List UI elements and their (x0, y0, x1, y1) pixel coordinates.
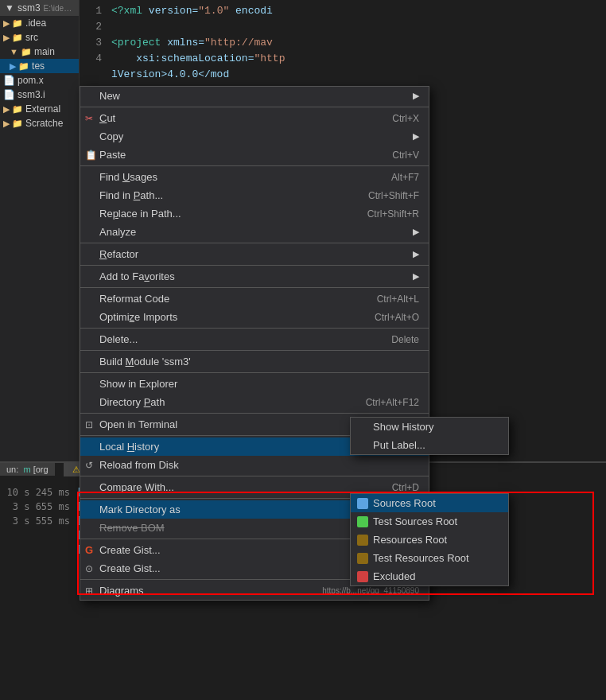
menu-separator (80, 350, 429, 351)
menu-item-reload-disk[interactable]: ↺ Reload from Disk (80, 456, 429, 474)
menu-item-paste[interactable]: 📋 Paste Ctrl+V (80, 146, 429, 164)
tree-item-src[interactable]: ▶ 📁 src (0, 30, 79, 45)
menu-item-build-module[interactable]: Build Module 'ssm3' (80, 352, 429, 371)
submenu-item-resources-root[interactable]: Resources Root (351, 531, 508, 549)
menu-label: Diagrams (99, 585, 144, 597)
excluded-label: Excluded (373, 570, 415, 582)
menu-item-new[interactable]: New ▶ (80, 87, 429, 105)
menu-item-copy[interactable]: Copy ▶ (80, 127, 429, 146)
menu-label: Paste (99, 149, 126, 161)
menu-item-reformat[interactable]: Reformat Code Ctrl+Alt+L (80, 290, 429, 308)
menu-label: Create Gist... (99, 562, 161, 574)
menu-separator (80, 107, 429, 107)
tree-label: main (34, 46, 55, 57)
gist-icon: ⊙ (85, 563, 93, 574)
menu-separator (80, 165, 429, 166)
submenu-item-show-history[interactable]: Show History (351, 418, 508, 436)
menu-label: Add to Favorites (99, 270, 175, 282)
menu-separator (80, 372, 429, 373)
editor-line: lVersion>4.0.0</mod (86, 67, 600, 83)
menu-label: Local History (99, 441, 159, 453)
menu-item-analyze[interactable]: Analyze ▶ (80, 223, 429, 241)
reload-icon: ↺ (85, 460, 93, 471)
tree-item-idea[interactable]: ▶ 📁 .idea (0, 16, 79, 30)
arrow-icon: ▶ (413, 271, 419, 282)
put-label-label: Put Label... (373, 439, 425, 451)
menu-item-find-in-path[interactable]: Find in Path... Ctrl+Shift+F (80, 186, 429, 204)
editor-line: 4 xsi:schemaLocation="http (86, 51, 600, 67)
project-icon: ▼ (5, 2, 14, 14)
tree-item-scratche[interactable]: ▶ 📁 Scratche (0, 116, 79, 130)
excluded-dot (357, 571, 368, 582)
sources-root-label: Sources Root (373, 497, 436, 509)
menu-item-add-favorites[interactable]: Add to Favorites ▶ (80, 267, 429, 286)
menu-label: Show in Explorer (99, 378, 177, 390)
tree-label: External (25, 103, 60, 115)
menu-item-optimize[interactable]: Optimize Imports Ctrl+Alt+O (80, 308, 429, 326)
test-sources-dot (357, 516, 368, 527)
menu-item-replace-in-path[interactable]: Replace in Path... Ctrl+Shift+R (80, 204, 429, 223)
menu-label: Delete... (99, 333, 138, 345)
shortcut-label: Ctrl+Alt+L (377, 294, 419, 305)
file-icon: 📄 (3, 75, 15, 86)
shortcut-label: Alt+F7 (391, 172, 419, 183)
menu-label: New (99, 90, 120, 102)
folder-icon: ▶ 📁 (3, 33, 23, 43)
submenu-item-test-resources-root[interactable]: Test Resources Root (351, 549, 508, 567)
tree-item-tes[interactable]: ▶ 📁 tes (0, 59, 79, 73)
tree-label: pom.x (17, 75, 44, 86)
submenu-item-excluded[interactable]: Excluded (351, 567, 508, 585)
github-icon: G (85, 544, 93, 556)
menu-label: Mark Directory as (99, 504, 181, 515)
tree-item-pomx[interactable]: 📄 pom.x (0, 73, 79, 88)
tree-label: tes (32, 60, 45, 72)
shortcut-label: Delete (391, 334, 419, 345)
menu-label: Analyze (99, 226, 136, 238)
run-label: un: m [org (0, 463, 55, 476)
menu-item-dir-path[interactable]: Directory Path Ctrl+Alt+F12 (80, 393, 429, 411)
menu-item-show-explorer[interactable]: Show in Explorer (80, 375, 429, 393)
menu-item-delete[interactable]: Delete... Delete (80, 330, 429, 348)
project-header: ▼ ssm3 E:\ideaproject\ssm3 (0, 0, 79, 16)
menu-item-refactor[interactable]: Refactor ▶ (80, 245, 429, 263)
submenu-item-test-sources-root[interactable]: Test Sources Root (351, 512, 508, 531)
menu-separator (80, 328, 429, 329)
menu-label: Find in Path... (99, 189, 163, 201)
shortcut-label: Ctrl+X (392, 113, 419, 124)
menu-label: Find Usages (99, 171, 157, 183)
shortcut-label: Ctrl+V (392, 150, 419, 161)
menu-label: Refactor (99, 248, 138, 260)
tree-item-ssm3[interactable]: 📄 ssm3.i (0, 88, 79, 102)
shortcut-label: Ctrl+Shift+F (368, 190, 419, 201)
project-title: ssm3 (17, 2, 41, 14)
editor-line: 1 <?xml version="1.0" encodi (86, 3, 600, 19)
menu-label: Build Module 'ssm3' (99, 356, 191, 368)
submenu-item-put-label[interactable]: Put Label... (351, 436, 508, 454)
editor-line: 3 <project xmlns="http://mav (86, 35, 600, 51)
shortcut-label: Ctrl+Shift+R (367, 208, 419, 220)
menu-separator (80, 243, 429, 243)
tree-item-main[interactable]: ▼ 📁 main (0, 45, 79, 59)
tree-label: src (25, 32, 38, 43)
show-history-label: Show History (373, 421, 434, 433)
sources-root-dot (357, 498, 368, 509)
test-sources-root-label: Test Sources Root (373, 515, 457, 527)
cut-icon: ✂ (85, 113, 93, 124)
menu-separator (80, 265, 429, 266)
menu-label: Cut (99, 112, 115, 124)
menu-item-find-usages[interactable]: Find Usages Alt+F7 (80, 168, 429, 186)
test-resources-dot (357, 553, 368, 564)
resources-dot (357, 535, 368, 546)
submenu-item-sources-root[interactable]: Sources Root (351, 494, 508, 512)
menu-separator (80, 413, 429, 414)
tree-item-external[interactable]: ▶ 📁 External (0, 102, 79, 116)
menu-label: Open in Terminal (99, 418, 177, 430)
shortcut-label: Ctrl+Alt+O (375, 312, 419, 323)
menu-item-cut[interactable]: ✂ Cut Ctrl+X (80, 109, 429, 127)
test-resources-root-label: Test Resources Root (373, 552, 469, 564)
arrow-icon: ▶ (413, 249, 419, 259)
menu-label: Remove BOM (99, 522, 165, 534)
tree-label: .idea (25, 18, 46, 29)
menu-label: Optimize Imports (99, 311, 177, 323)
menu-label: Replace in Path... (99, 208, 181, 220)
